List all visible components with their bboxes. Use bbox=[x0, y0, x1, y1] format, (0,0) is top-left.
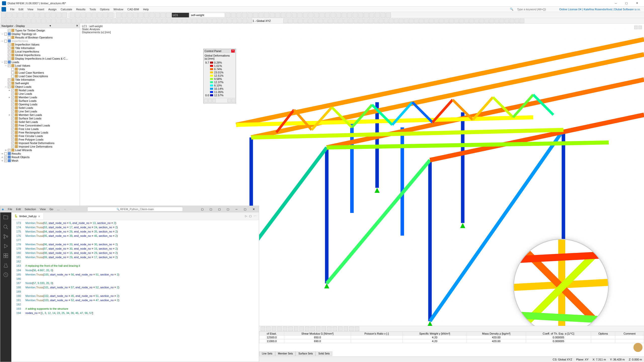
tree-item[interactable]: Title Information bbox=[1, 78, 79, 81]
table-toolbar-button[interactable] bbox=[294, 327, 298, 331]
toolbar-button[interactable] bbox=[324, 19, 328, 23]
table-toolbar-button[interactable] bbox=[349, 327, 354, 331]
table-toolbar-button[interactable] bbox=[283, 327, 287, 331]
toolbar-button[interactable] bbox=[292, 13, 297, 18]
toolbar-button[interactable] bbox=[236, 13, 242, 18]
toolbar-button[interactable] bbox=[127, 19, 131, 23]
cp-button[interactable] bbox=[212, 99, 216, 102]
table-toolbar-button[interactable] bbox=[277, 327, 282, 331]
toolbar-button[interactable] bbox=[308, 13, 313, 18]
toolbar-button[interactable] bbox=[313, 19, 318, 23]
vs-menu-more[interactable]: … bbox=[56, 208, 61, 211]
navigator-pin-icon[interactable]: ▾ bbox=[50, 24, 51, 27]
toolbar-button[interactable] bbox=[237, 19, 242, 23]
toolbar-button[interactable] bbox=[298, 19, 303, 23]
vs-nav-back[interactable]: ← bbox=[64, 208, 67, 211]
tree-item[interactable]: −Object Loads bbox=[1, 85, 79, 88]
toolbar-button[interactable] bbox=[41, 19, 46, 23]
tree-item[interactable]: Free Polygon Loads bbox=[1, 138, 79, 141]
toolbar-button[interactable] bbox=[500, 19, 504, 23]
toolbar-button[interactable] bbox=[286, 13, 291, 18]
table-toolbar-button[interactable] bbox=[305, 327, 309, 331]
toolbar-button[interactable] bbox=[81, 13, 86, 18]
toolbar-button[interactable] bbox=[464, 19, 469, 23]
minimize-button[interactable]: ─ bbox=[611, 1, 621, 6]
toolbar-button[interactable] bbox=[212, 19, 217, 23]
toolbar-button[interactable] bbox=[34, 13, 39, 18]
toolbar-button[interactable] bbox=[127, 13, 132, 18]
toolbar-button[interactable] bbox=[202, 19, 207, 23]
toolbar-button[interactable] bbox=[155, 13, 160, 18]
toolbar-button[interactable] bbox=[394, 19, 398, 23]
toolbar-button[interactable] bbox=[167, 19, 172, 23]
tree-item[interactable]: Types for Timber Design bbox=[1, 29, 79, 32]
toolbar-button[interactable] bbox=[474, 19, 479, 23]
control-panel-close-icon[interactable]: ✕ bbox=[231, 50, 235, 53]
toolbar-button[interactable] bbox=[243, 19, 247, 23]
menu-calculate[interactable]: Calculate bbox=[59, 7, 74, 11]
toolbar-button[interactable] bbox=[147, 19, 151, 23]
toolbar-button[interactable] bbox=[449, 19, 454, 23]
menu-assign[interactable]: Assign bbox=[46, 7, 59, 11]
toolbar-button[interactable] bbox=[384, 19, 388, 23]
toolbar-button[interactable] bbox=[293, 19, 298, 23]
toolbar-button[interactable] bbox=[160, 13, 166, 18]
toolbar-button[interactable] bbox=[334, 19, 338, 23]
table-toolbar-button[interactable] bbox=[344, 327, 348, 331]
toolbar-button[interactable] bbox=[353, 13, 358, 18]
toolbar-button[interactable] bbox=[485, 19, 489, 23]
toolbar-button[interactable] bbox=[182, 19, 187, 23]
toolbar-button[interactable] bbox=[29, 13, 34, 18]
tree-item[interactable]: Display Imperfections in Load Cases & C.… bbox=[1, 57, 79, 60]
toolbar-button[interactable] bbox=[103, 13, 108, 18]
toolbar-button[interactable] bbox=[166, 13, 171, 18]
toolbar-button[interactable] bbox=[157, 19, 162, 23]
editor-tab[interactable]: 🐍 timber_hall.py ✕ bbox=[11, 213, 44, 219]
toolbar-button[interactable] bbox=[319, 13, 325, 18]
toolbar-button[interactable] bbox=[51, 13, 56, 18]
toolbar-button[interactable] bbox=[419, 19, 424, 23]
toolbar-button[interactable] bbox=[510, 19, 514, 23]
vs-close[interactable]: ✕ bbox=[250, 208, 257, 211]
toolbar-button[interactable] bbox=[389, 19, 393, 23]
toolbar-button[interactable] bbox=[270, 13, 275, 18]
toolbar-button[interactable] bbox=[308, 19, 313, 23]
tree-item[interactable]: Free Line Loads bbox=[1, 127, 79, 131]
tree-item[interactable]: +Nodal Loads bbox=[1, 88, 79, 92]
source-control-icon[interactable] bbox=[3, 234, 9, 240]
tree-item[interactable]: −Load Values bbox=[1, 64, 79, 67]
table-toolbar-button[interactable] bbox=[288, 327, 293, 331]
timeline-icon[interactable] bbox=[3, 272, 9, 278]
toolbar-button[interactable] bbox=[232, 19, 237, 23]
toolbar-button[interactable] bbox=[142, 19, 146, 23]
control-panel[interactable]: Control Panel ✕ Global Deformations |u| … bbox=[203, 49, 236, 103]
search-input[interactable] bbox=[517, 8, 552, 11]
toolbar-button[interactable] bbox=[490, 19, 494, 23]
toolbar-button[interactable] bbox=[149, 13, 154, 18]
toolbar-button[interactable] bbox=[116, 13, 121, 18]
extensions-icon[interactable] bbox=[3, 253, 9, 259]
vs-menu-go[interactable]: Go bbox=[48, 208, 55, 211]
split-icon[interactable]: ▢ bbox=[249, 214, 252, 218]
toolbar-button[interactable] bbox=[303, 19, 308, 23]
toolbar-button[interactable] bbox=[75, 13, 80, 18]
tree-item[interactable]: +Load Wizards bbox=[1, 148, 79, 152]
tree-item[interactable]: +Mesh bbox=[1, 159, 79, 162]
toolbar-button[interactable] bbox=[31, 19, 36, 23]
maximize-button[interactable]: ▢ bbox=[621, 1, 631, 6]
table-tab[interactable]: Member Sets bbox=[275, 351, 296, 356]
toolbar-button[interactable] bbox=[380, 13, 385, 18]
materials-table[interactable]: of Elast.Shear Modulus G [N/mm²]Poisson'… bbox=[259, 332, 644, 343]
toolbar-button[interactable] bbox=[71, 19, 76, 23]
toolbar-button[interactable] bbox=[137, 19, 141, 23]
run-debug-icon[interactable] bbox=[3, 243, 9, 249]
menu-help[interactable]: Help bbox=[141, 7, 151, 11]
toolbar-button[interactable] bbox=[409, 19, 414, 23]
vs-menu-file[interactable]: File bbox=[6, 208, 14, 211]
toolbar-button[interactable] bbox=[18, 13, 23, 18]
menu-cadbim[interactable]: CAD-BIM bbox=[125, 7, 141, 11]
viewport-max-icon[interactable] bbox=[634, 26, 638, 29]
cp-button[interactable] bbox=[227, 99, 231, 102]
toolbar-button[interactable] bbox=[374, 19, 378, 23]
menu-tools[interactable]: Tools bbox=[87, 7, 98, 11]
